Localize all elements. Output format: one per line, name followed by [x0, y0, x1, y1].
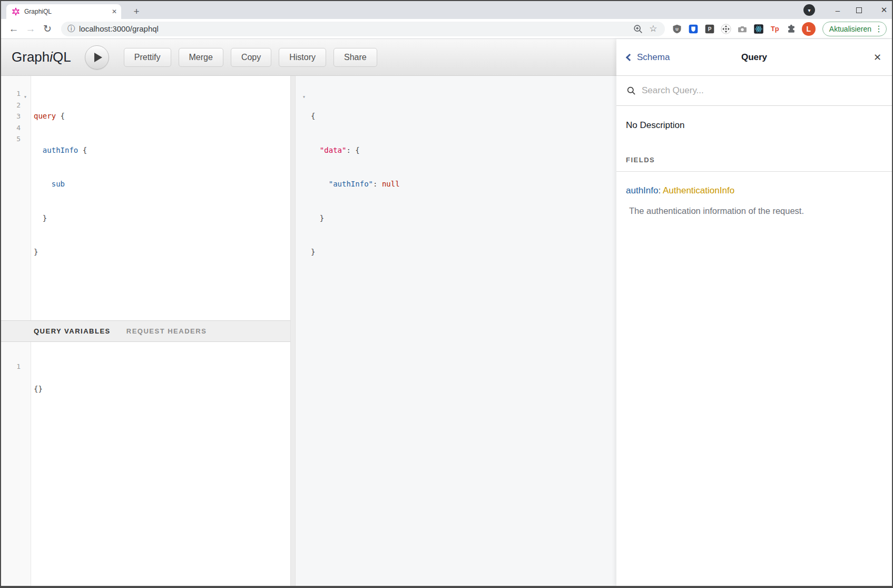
result-pane: ▾ { "data": { "authInfo": null } } — [296, 76, 616, 586]
back-button[interactable]: ← — [6, 22, 21, 36]
line-number: 5 — [1, 133, 31, 145]
tp-extension-icon[interactable]: Tp — [769, 23, 781, 35]
play-icon — [94, 53, 102, 62]
tab-title: GraphiQL — [24, 8, 112, 15]
fields-heading: FIELDS — [616, 156, 892, 172]
query-code: query { authInfo { sub } } — [31, 76, 96, 320]
query-editor-gutter: 1 2 3 4 5 ▾ — [1, 76, 31, 320]
variables-code: {} — [31, 342, 96, 586]
line-number: 1 — [1, 361, 31, 373]
media-controls-button[interactable]: ▾ — [803, 4, 815, 16]
fold-arrow-icon[interactable]: ▾ — [24, 91, 27, 103]
editor-pane: 1 2 3 4 5 ▾ query { authInfo { sub } — [1, 76, 290, 586]
ublock-extension-icon[interactable]: U — [671, 23, 683, 35]
field-name-link[interactable]: authInfo — [626, 185, 658, 195]
update-label: Aktualisieren — [829, 25, 871, 33]
line-number: 4 — [1, 122, 31, 134]
code-line: } — [34, 213, 96, 224]
tab-close-icon[interactable]: ✕ — [112, 8, 117, 15]
site-info-icon[interactable]: ⓘ — [67, 24, 75, 34]
doc-body: No Description FIELDS authInfo: Authenti… — [616, 106, 892, 586]
history-button[interactable]: History — [279, 48, 326, 67]
prettify-button[interactable]: Prettify — [124, 48, 171, 67]
new-tab-button[interactable]: + — [130, 5, 143, 18]
tab-request-headers[interactable]: REQUEST HEADERS — [126, 327, 207, 335]
browser-window: GraphiQL ✕ + ▾ – ✕ ← → ↻ ⓘ localhost:300… — [0, 0, 893, 588]
bitwarden-extension-icon[interactable] — [688, 23, 699, 35]
type-description: No Description — [626, 120, 882, 131]
response-json: { "data": { "authInfo": null } } — [296, 76, 616, 281]
code-line: } — [311, 247, 616, 258]
variables-editor-gutter: 1 — [1, 342, 31, 586]
doc-title: Query — [741, 52, 767, 63]
fold-arrow-icon[interactable]: ▾ — [302, 91, 306, 103]
forward-button[interactable]: → — [23, 22, 38, 36]
code-line: sub — [34, 179, 96, 190]
line-number: 3 — [1, 111, 31, 122]
close-window-button[interactable]: ✕ — [879, 5, 889, 15]
react-devtools-extension-icon[interactable] — [753, 23, 764, 35]
profile-avatar[interactable]: L — [802, 22, 816, 36]
code-line: {} — [34, 384, 96, 395]
doc-search-row — [616, 76, 892, 106]
graphiql-logo: GraphiQL — [12, 49, 71, 65]
code-line: { — [311, 111, 616, 122]
copy-button[interactable]: Copy — [231, 48, 271, 67]
extensions-puzzle-icon[interactable] — [786, 23, 797, 35]
address-bar[interactable]: ⓘ localhost:3000/graphql ☆ — [61, 22, 665, 36]
code-line: authInfo { — [34, 145, 96, 156]
execute-query-button[interactable] — [85, 45, 109, 70]
merge-button[interactable]: Merge — [179, 48, 223, 67]
doc-back-label: Schema — [637, 52, 670, 63]
zoom-indicator-icon[interactable] — [632, 23, 644, 35]
share-button[interactable]: Share — [333, 48, 377, 67]
browser-titlebar: GraphiQL ✕ + ▾ – ✕ — [1, 1, 892, 19]
svg-text:U: U — [675, 26, 678, 31]
tab-query-variables[interactable]: QUERY VARIABLES — [34, 327, 111, 335]
code-line: } — [34, 247, 96, 258]
code-line: "data": { — [311, 145, 616, 156]
pane-resize-handle[interactable] — [290, 76, 296, 586]
query-editor[interactable]: 1 2 3 4 5 ▾ query { authInfo { sub } — [1, 76, 290, 320]
reload-button[interactable]: ↻ — [40, 22, 55, 36]
field-row: authInfo: AuthenticationInfo — [626, 185, 882, 196]
browser-navbar: ← → ↻ ⓘ localhost:3000/graphql ☆ U P — [1, 19, 892, 39]
field-separator: : — [658, 185, 661, 195]
doc-back-link[interactable]: Schema — [627, 52, 670, 63]
variables-editor[interactable]: 1 {} — [1, 342, 290, 586]
doc-explorer-header: Schema Query ✕ — [616, 39, 892, 76]
update-chrome-button[interactable]: Aktualisieren ⋮ — [822, 22, 887, 36]
browser-tab-graphiql[interactable]: GraphiQL ✕ — [6, 4, 121, 19]
graphql-favicon-icon — [12, 7, 20, 16]
doc-close-icon[interactable]: ✕ — [874, 52, 881, 63]
menu-kebab-icon[interactable]: ⋮ — [875, 24, 883, 34]
code-line: query { — [34, 111, 96, 122]
field-description: The authentication information of the re… — [629, 206, 882, 216]
code-line: } — [311, 213, 616, 224]
minimize-button[interactable]: – — [833, 6, 842, 15]
bookmark-star-icon[interactable]: ☆ — [648, 24, 659, 34]
secondary-editor-tabs: QUERY VARIABLES REQUEST HEADERS — [1, 320, 290, 342]
extensions-row: U P Tp L Aktualisieren — [671, 22, 887, 36]
doc-search-input[interactable] — [642, 85, 882, 96]
field-type-link[interactable]: AuthenticationInfo — [663, 185, 734, 195]
dpad-extension-icon[interactable] — [720, 23, 732, 35]
code-line: "authInfo": null — [311, 179, 616, 190]
maximize-button[interactable] — [856, 7, 862, 13]
graphiql-toolbar: GraphiQL Prettify Merge Copy History Sha… — [1, 39, 616, 76]
camera-extension-icon[interactable] — [737, 23, 748, 35]
search-icon — [626, 85, 636, 96]
doc-explorer-panel: Schema Query ✕ No Description FIELDS aut… — [616, 39, 892, 586]
svg-text:P: P — [708, 26, 712, 32]
chevron-left-icon — [626, 54, 633, 61]
p-extension-icon[interactable]: P — [704, 23, 715, 35]
url-text: localhost:3000/graphql — [79, 24, 628, 33]
